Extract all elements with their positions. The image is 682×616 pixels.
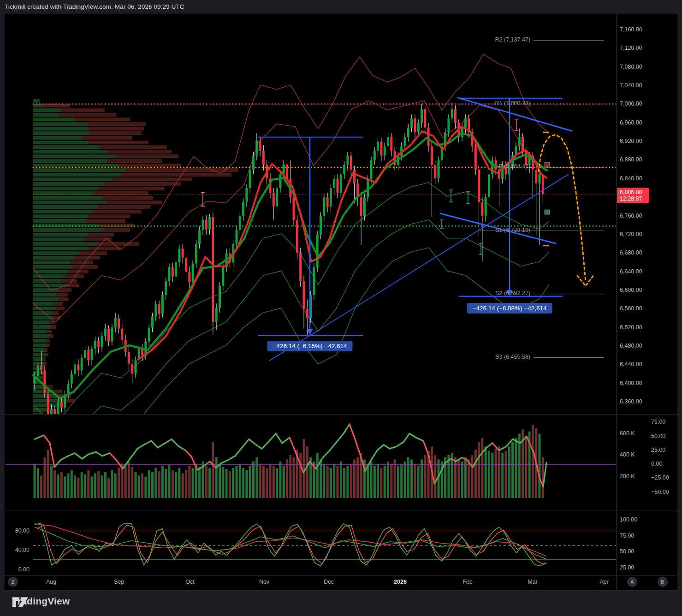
- axis-tick: 7,080.00: [620, 64, 642, 70]
- axis-tick: 6,600.00: [620, 287, 642, 293]
- axis-tick: 7,120.00: [620, 45, 642, 51]
- axis-tick: 6,880.00: [620, 156, 642, 163]
- axis-tick: −50.00: [651, 489, 669, 495]
- tradingview-logo-icon: [12, 596, 29, 609]
- time-axis-label: Sep: [114, 579, 124, 585]
- time-axis-label: Feb: [463, 579, 473, 585]
- last-price-value: 6,806.80: [620, 189, 646, 195]
- labels-layer: R2 (7,137.47) R1 (7,000.78) P (6,864.47)…: [0, 0, 682, 616]
- axis-tick: 6,440.00: [620, 361, 642, 367]
- pivot-label-s2: S2 (6,592.27): [495, 290, 530, 296]
- axis-tick: 7,000.00: [620, 101, 642, 107]
- axis-tick: −25.00: [651, 474, 669, 481]
- time-axis-label: Dec: [324, 579, 334, 585]
- time-axis-label: Apr: [599, 579, 608, 585]
- measure-label-2[interactable]: −426.14 (−6.08%) −42,614: [467, 303, 552, 314]
- axis-tick: 6,480.00: [620, 343, 642, 349]
- axis-tick: 6,640.00: [620, 268, 642, 275]
- axis-tick: 6,840.00: [620, 175, 642, 182]
- axis-tick: 7,040.00: [620, 82, 642, 89]
- axis-tick: 200 K: [620, 473, 635, 480]
- time-axis-label: Aug: [46, 579, 56, 585]
- axis-tick: 6,920.00: [620, 138, 642, 144]
- axis-tick: 25.00: [620, 564, 634, 571]
- tradingview-chart-page: Tickmill created with TradingView.com, M…: [0, 0, 682, 616]
- axis-tick: 6,560.00: [620, 305, 642, 312]
- measure-label-1[interactable]: −426.14 (−6.15%) −42,614: [267, 341, 352, 351]
- axis-button-a[interactable]: A: [627, 577, 637, 587]
- last-price-badge: 6,806.80 12:28:37: [617, 188, 649, 203]
- axis-tick: 0.00: [651, 461, 662, 467]
- axis-tick: 75.00: [651, 419, 665, 425]
- axis-tick: 100.00: [620, 516, 637, 523]
- axis-tick: 25.00: [651, 447, 665, 453]
- time-axis-label: Mar: [528, 579, 538, 585]
- time-axis-label: Oct: [185, 579, 194, 585]
- axis-tick: 6,680.00: [620, 249, 642, 256]
- axis-tick: 6,520.00: [620, 324, 642, 331]
- pivot-label-s3: S3 (6,455.58): [495, 354, 530, 360]
- axis-tick: 600 K: [620, 430, 635, 437]
- pivot-label-p: P (6,864.47): [498, 163, 530, 170]
- axis-tick: 6,400.00: [620, 380, 642, 386]
- time-axis-label: Nov: [259, 579, 269, 585]
- pivot-label-r2: R2 (7,137.47): [495, 36, 530, 43]
- axis-tick: 50.00: [620, 548, 634, 555]
- time-axis-label: 2026: [394, 579, 407, 585]
- axis-tick: 400 K: [620, 451, 635, 458]
- pivot-label-s1: S1 (6,728.18): [495, 227, 530, 233]
- axis-tick: 80.00: [13, 527, 30, 534]
- axis-tick: 0.00: [13, 566, 30, 573]
- axis-tick: 6,720.00: [620, 231, 642, 237]
- axis-tick: 6,360.00: [620, 398, 642, 405]
- pivot-label-r1: R1 (7,000.78): [495, 100, 530, 107]
- timezone-button[interactable]: Z: [8, 577, 18, 587]
- axis-tick: 75.00: [620, 533, 634, 539]
- tradingview-logo: TradingView: [12, 596, 70, 607]
- axis-tick: 40.00: [13, 547, 30, 553]
- last-price-time: 12:28:37: [620, 195, 646, 202]
- axis-button-b[interactable]: B: [658, 577, 668, 587]
- axis-tick: 6,760.00: [620, 213, 642, 219]
- axis-tick: 7,160.00: [620, 26, 642, 33]
- axis-tick: 6,960.00: [620, 119, 642, 126]
- axis-tick: 50.00: [651, 433, 665, 439]
